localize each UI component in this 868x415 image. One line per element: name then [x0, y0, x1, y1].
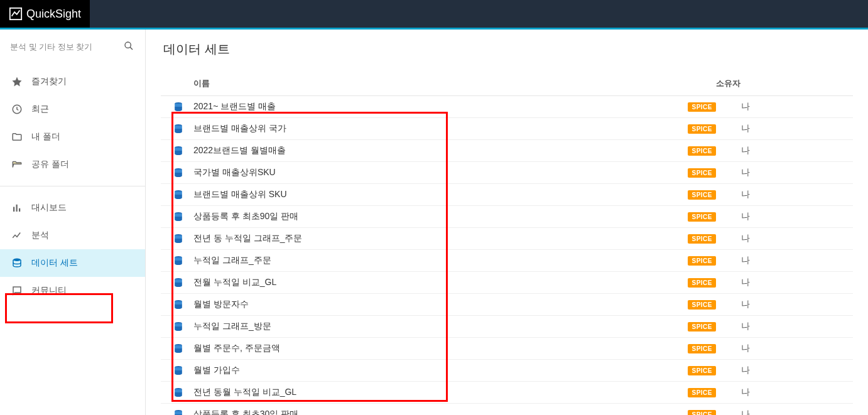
sidebar-item-analyses[interactable]: 분석: [0, 222, 145, 249]
spice-badge: SPICE: [688, 212, 716, 222]
dataset-name: 상품등록 후 최초90일 판매: [193, 211, 688, 222]
svg-point-7: [13, 259, 21, 262]
dashboard-icon: [11, 202, 23, 213]
svg-line-2: [130, 47, 133, 50]
dataset-owner: 나: [741, 387, 842, 398]
star-icon: [11, 76, 23, 87]
nav-section-top: 즐겨찾기 최근 내 폴더: [0, 63, 145, 183]
search-input[interactable]: [10, 42, 116, 51]
dataset-owner: 나: [741, 277, 842, 288]
dataset-row[interactable]: 월별 가입수SPICE나: [161, 360, 853, 382]
dataset-row[interactable]: 전년 동월 누적일 비교_GLSPICE나: [161, 382, 853, 404]
dataset-row[interactable]: 월별 방문자수SPICE나: [161, 294, 853, 316]
dataset-icon: [172, 254, 185, 267]
dataset-row[interactable]: 2022브랜드별 월별매출SPICE나: [161, 140, 853, 162]
dataset-row[interactable]: 브랜드별 매출상위 국가SPICE나: [161, 118, 853, 140]
chat-icon: [11, 285, 23, 296]
dataset-name: 전월 누적일 비교_GL: [193, 277, 688, 288]
dataset-owner: 나: [741, 145, 842, 156]
nav-section-bottom: 대시보드 분석 데이터 세트: [0, 189, 145, 310]
dataset-row[interactable]: 전년 동 누적일 그래프_주문SPICE나: [161, 228, 853, 250]
main-content: 데이터 세트 이름 소유자 2021~ 브랜드별 매출SPICE나브랜드별 매출…: [146, 30, 868, 415]
dataset-name: 월별 방문자수: [193, 299, 688, 310]
dataset-icon: [172, 210, 185, 223]
column-header-name[interactable]: 이름: [193, 78, 716, 89]
spice-badge: SPICE: [688, 190, 716, 200]
folder-icon: [11, 131, 23, 143]
dataset-row[interactable]: 상품등록 후 최초90일 판매SPICE나: [161, 206, 853, 228]
spice-badge: SPICE: [688, 146, 716, 156]
sidebar-search: [0, 30, 145, 63]
table-header: 이름 소유자: [161, 72, 853, 96]
dataset-row[interactable]: 2021~ 브랜드별 매출SPICE나: [161, 96, 853, 118]
nav-label: 커뮤니티: [31, 285, 67, 296]
sidebar-item-dashboards[interactable]: 대시보드: [0, 194, 145, 222]
dataset-row[interactable]: 누적일 그래프_주문SPICE나: [161, 250, 853, 272]
search-button[interactable]: [122, 40, 135, 54]
dataset-name: 누적일 그래프_주문: [193, 255, 688, 266]
sidebar-item-my-folder[interactable]: 내 폴더: [0, 123, 145, 151]
dataset-owner: 나: [741, 409, 842, 415]
dataset-owner: 나: [741, 167, 842, 178]
dataset-icon: [172, 276, 185, 289]
nav-divider: [0, 186, 145, 186]
app-logo[interactable]: QuickSight: [0, 0, 90, 28]
dataset-row[interactable]: 월별 주문수, 주문금액SPICE나: [161, 338, 853, 360]
dataset-icon: [172, 408, 185, 415]
spice-badge: SPICE: [688, 344, 716, 353]
nav-label: 내 폴더: [31, 131, 60, 143]
dataset-row[interactable]: 상품등록 후 최초30일 판매SPICE나: [161, 404, 853, 415]
dataset-name: 2021~ 브랜드별 매출: [193, 101, 688, 112]
dataset-row[interactable]: 국가별 매출상위SKUSPICE나: [161, 162, 853, 184]
sidebar-item-recent[interactable]: 최근: [0, 95, 145, 123]
dataset-icon: [172, 188, 185, 201]
dataset-owner: 나: [741, 211, 842, 222]
dataset-row[interactable]: 누적일 그래프_방문SPICE나: [161, 316, 853, 338]
svg-point-1: [125, 42, 131, 48]
dataset-name: 상품등록 후 최초30일 판매: [193, 409, 688, 415]
dataset-icon: [172, 342, 185, 355]
sidebar: 즐겨찾기 최근 내 폴더: [0, 30, 146, 415]
spice-badge: SPICE: [688, 256, 716, 266]
nav-label: 공유 폴더: [31, 159, 69, 170]
sidebar-item-shared-folder[interactable]: 공유 폴더: [0, 151, 145, 178]
dataset-owner: 나: [741, 343, 842, 354]
spice-badge: SPICE: [688, 168, 716, 178]
quicksight-logo-icon: [9, 7, 23, 21]
dataset-owner: 나: [741, 299, 842, 310]
dataset-name: 브랜드별 매출상위 국가: [193, 123, 688, 134]
svg-rect-4: [13, 207, 14, 212]
page-title: 데이터 세트: [161, 41, 853, 58]
dataset-name: 전년 동 누적일 그래프_주문: [193, 233, 688, 244]
dataset-name: 국가별 매출상위SKU: [193, 167, 688, 178]
spice-badge: SPICE: [688, 366, 716, 375]
dataset-owner: 나: [741, 189, 842, 200]
sidebar-item-datasets[interactable]: 데이터 세트: [0, 249, 145, 277]
svg-rect-6: [19, 208, 20, 212]
clock-icon: [11, 104, 23, 115]
nav-label: 즐겨찾기: [31, 76, 67, 87]
spice-badge: SPICE: [688, 322, 716, 331]
dataset-row[interactable]: 브랜드별 매출상위 SKUSPICE나: [161, 184, 853, 206]
dataset-list: 2021~ 브랜드별 매출SPICE나브랜드별 매출상위 국가SPICE나202…: [161, 96, 853, 415]
dataset-name: 월별 주문수, 주문금액: [193, 343, 688, 354]
dataset-icon: [172, 364, 185, 377]
dataset-name: 브랜드별 매출상위 SKU: [193, 189, 688, 200]
dataset-row[interactable]: 전월 누적일 비교_GLSPICE나: [161, 272, 853, 294]
dataset-name: 월별 가입수: [193, 365, 688, 376]
dataset-icon: [172, 232, 185, 245]
svg-rect-5: [16, 205, 18, 212]
sidebar-item-community[interactable]: 커뮤니티: [0, 277, 145, 305]
database-icon: [11, 257, 23, 269]
spice-badge: SPICE: [688, 102, 716, 112]
column-header-owner[interactable]: 소유자: [716, 78, 842, 89]
dataset-icon: [172, 298, 185, 311]
dataset-owner: 나: [741, 233, 842, 244]
spice-badge: SPICE: [688, 388, 716, 397]
dataset-icon: [172, 144, 185, 157]
spice-badge: SPICE: [688, 124, 716, 134]
sidebar-item-favorites[interactable]: 즐겨찾기: [0, 68, 145, 95]
dataset-owner: 나: [741, 123, 842, 134]
dataset-icon: [172, 122, 185, 135]
nav-label: 최근: [31, 104, 49, 115]
